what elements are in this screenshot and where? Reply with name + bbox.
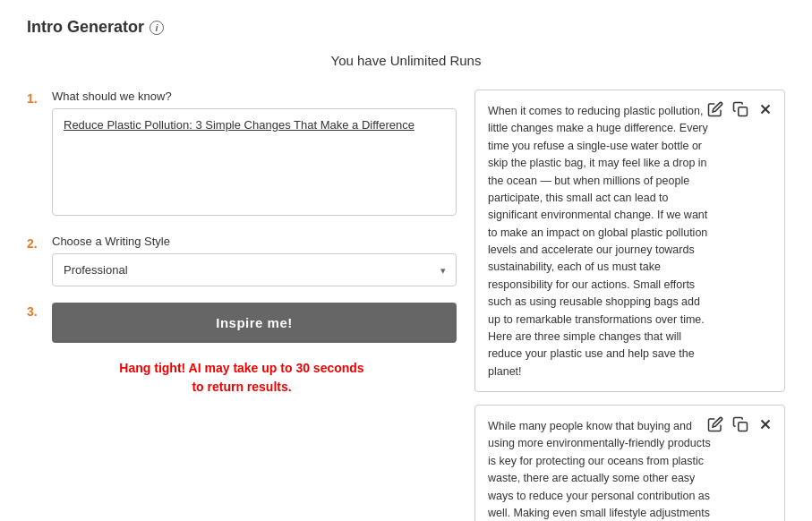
unlimited-runs-label: You have Unlimited Runs	[27, 53, 785, 68]
edit-button-1[interactable]	[705, 99, 725, 119]
close-button-1[interactable]	[756, 99, 775, 119]
writing-style-select[interactable]: Professional Casual Formal Creative Acad…	[52, 253, 457, 286]
output-card-1: When it comes to reducing plastic pollut…	[474, 90, 785, 392]
edit-icon-2	[707, 416, 723, 432]
step-2: 2. Choose a Writing Style Professional C…	[27, 235, 457, 286]
step-2-label: Choose a Writing Style	[52, 235, 457, 248]
step-3: 3. Inspire me!	[27, 303, 457, 343]
output-card-2: While many people know that buying and u…	[474, 405, 785, 521]
output-text-1: When it comes to reducing plastic pollut…	[488, 103, 774, 380]
card-1-actions	[705, 99, 775, 119]
card-2-actions	[705, 414, 775, 434]
step-2-content: Choose a Writing Style Professional Casu…	[52, 235, 457, 286]
info-icon[interactable]: i	[150, 21, 164, 35]
step-1-number: 1.	[27, 90, 41, 106]
step-1-content: What should we know? Reduce Plastic Poll…	[52, 90, 457, 218]
step-3-content: Inspire me!	[52, 303, 457, 343]
close-icon-2	[757, 416, 774, 432]
copy-icon-1	[732, 101, 748, 117]
step-1-label: What should we know?	[52, 90, 457, 103]
copy-button-2[interactable]	[731, 414, 750, 434]
inspire-button[interactable]: Inspire me!	[52, 303, 457, 343]
wait-message-line2: to return results.	[27, 378, 457, 397]
edit-icon-1	[707, 101, 723, 117]
wait-message-line1: Hang tight! AI may take up to 30 seconds	[27, 359, 457, 378]
close-icon-1	[757, 101, 774, 117]
copy-icon-2	[732, 416, 748, 432]
close-button-2[interactable]	[756, 414, 775, 434]
svg-rect-3	[739, 423, 748, 431]
writing-style-wrapper: Professional Casual Formal Creative Acad…	[52, 253, 457, 286]
right-panel: When it comes to reducing plastic pollut…	[474, 90, 785, 521]
what-to-know-input[interactable]: Reduce Plastic Pollution: 3 Simple Chang…	[52, 108, 457, 216]
page-title: Intro Generator	[27, 18, 144, 37]
edit-button-2[interactable]	[705, 414, 725, 434]
step-1: 1. What should we know? Reduce Plastic P…	[27, 90, 457, 218]
step-2-number: 2.	[27, 235, 41, 251]
svg-rect-0	[739, 107, 748, 116]
wait-message: Hang tight! AI may take up to 30 seconds…	[27, 359, 457, 397]
left-panel: 1. What should we know? Reduce Plastic P…	[27, 90, 457, 397]
step-3-number: 3.	[27, 303, 41, 319]
copy-button-1[interactable]	[731, 99, 750, 119]
